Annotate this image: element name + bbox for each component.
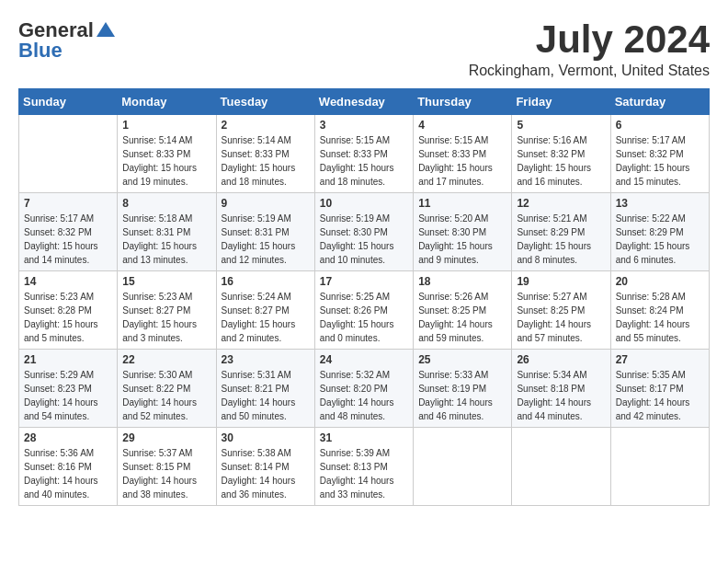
- day-number: 7: [24, 197, 112, 210]
- calendar-week-row: 7Sunrise: 5:17 AM Sunset: 8:32 PM Daylig…: [19, 193, 710, 271]
- day-info: Sunrise: 5:24 AM Sunset: 8:27 PM Dayligh…: [222, 290, 310, 345]
- day-info: Sunrise: 5:19 AM Sunset: 8:30 PM Dayligh…: [320, 212, 408, 267]
- calendar-cell: 16Sunrise: 5:24 AM Sunset: 8:27 PM Dayli…: [216, 271, 314, 350]
- day-number: 22: [122, 353, 210, 366]
- day-info: Sunrise: 5:15 AM Sunset: 8:33 PM Dayligh…: [320, 133, 408, 189]
- day-info: Sunrise: 5:20 AM Sunset: 8:30 PM Dayligh…: [418, 212, 506, 267]
- calendar-cell: 25Sunrise: 5:33 AM Sunset: 8:19 PM Dayli…: [414, 350, 512, 428]
- calendar-cell: 2Sunrise: 5:14 AM Sunset: 8:33 PM Daylig…: [216, 115, 314, 193]
- day-info: Sunrise: 5:30 AM Sunset: 8:22 PM Dayligh…: [122, 368, 210, 423]
- weekday-header: Sunday: [19, 89, 118, 115]
- calendar-cell: [19, 115, 118, 193]
- day-info: Sunrise: 5:18 AM Sunset: 8:31 PM Dayligh…: [122, 212, 210, 267]
- day-info: Sunrise: 5:15 AM Sunset: 8:33 PM Dayligh…: [418, 133, 506, 189]
- calendar-cell: 17Sunrise: 5:25 AM Sunset: 8:26 PM Dayli…: [314, 271, 413, 350]
- day-info: Sunrise: 5:39 AM Sunset: 8:13 PM Dayligh…: [320, 446, 408, 501]
- weekday-header: Thursday: [414, 89, 512, 115]
- calendar-cell: 11Sunrise: 5:20 AM Sunset: 8:30 PM Dayli…: [414, 193, 512, 271]
- day-number: 23: [222, 353, 310, 366]
- day-number: 11: [418, 197, 506, 210]
- logo-triangle-icon: [97, 22, 115, 37]
- calendar-cell: 12Sunrise: 5:21 AM Sunset: 8:29 PM Dayli…: [512, 193, 610, 271]
- day-number: 4: [418, 119, 506, 132]
- calendar-cell: 31Sunrise: 5:39 AM Sunset: 8:13 PM Dayli…: [314, 428, 413, 506]
- day-number: 15: [122, 275, 210, 288]
- day-info: Sunrise: 5:17 AM Sunset: 8:32 PM Dayligh…: [616, 133, 704, 189]
- day-number: 20: [616, 275, 704, 288]
- day-info: Sunrise: 5:22 AM Sunset: 8:29 PM Dayligh…: [616, 212, 704, 267]
- weekday-header: Tuesday: [216, 89, 314, 115]
- day-number: 12: [517, 197, 605, 210]
- calendar-cell: 15Sunrise: 5:23 AM Sunset: 8:27 PM Dayli…: [118, 271, 216, 350]
- day-number: 21: [24, 353, 112, 366]
- day-info: Sunrise: 5:28 AM Sunset: 8:24 PM Dayligh…: [616, 290, 704, 345]
- day-number: 6: [616, 119, 704, 132]
- day-number: 27: [616, 353, 704, 366]
- calendar-cell: [414, 428, 512, 506]
- day-number: 16: [222, 275, 310, 288]
- day-number: 29: [122, 431, 210, 444]
- calendar-cell: [512, 428, 610, 506]
- calendar-cell: 6Sunrise: 5:17 AM Sunset: 8:32 PM Daylig…: [610, 115, 709, 193]
- calendar-cell: 20Sunrise: 5:28 AM Sunset: 8:24 PM Dayli…: [610, 271, 709, 350]
- calendar-cell: 26Sunrise: 5:34 AM Sunset: 8:18 PM Dayli…: [512, 350, 610, 428]
- day-number: 17: [320, 275, 408, 288]
- calendar-cell: 23Sunrise: 5:31 AM Sunset: 8:21 PM Dayli…: [216, 350, 314, 428]
- day-number: 3: [320, 119, 408, 132]
- calendar-cell: 19Sunrise: 5:27 AM Sunset: 8:25 PM Dayli…: [512, 271, 610, 350]
- weekday-header: Saturday: [610, 89, 709, 115]
- day-info: Sunrise: 5:37 AM Sunset: 8:15 PM Dayligh…: [122, 446, 210, 501]
- day-number: 26: [517, 353, 605, 366]
- day-info: Sunrise: 5:32 AM Sunset: 8:20 PM Dayligh…: [320, 368, 408, 423]
- day-number: 8: [122, 197, 210, 210]
- day-number: 13: [616, 197, 704, 210]
- day-info: Sunrise: 5:31 AM Sunset: 8:21 PM Dayligh…: [222, 368, 310, 423]
- calendar-cell: 3Sunrise: 5:15 AM Sunset: 8:33 PM Daylig…: [314, 115, 413, 193]
- day-info: Sunrise: 5:35 AM Sunset: 8:17 PM Dayligh…: [616, 368, 704, 423]
- calendar-cell: 21Sunrise: 5:29 AM Sunset: 8:23 PM Dayli…: [19, 350, 118, 428]
- day-info: Sunrise: 5:33 AM Sunset: 8:19 PM Dayligh…: [418, 368, 506, 423]
- day-info: Sunrise: 5:25 AM Sunset: 8:26 PM Dayligh…: [320, 290, 408, 345]
- logo: General Blue: [18, 18, 115, 63]
- day-number: 25: [418, 353, 506, 366]
- logo-blue: Blue: [18, 39, 63, 63]
- calendar: SundayMondayTuesdayWednesdayThursdayFrid…: [18, 88, 710, 506]
- day-info: Sunrise: 5:38 AM Sunset: 8:14 PM Dayligh…: [222, 446, 310, 501]
- day-info: Sunrise: 5:14 AM Sunset: 8:33 PM Dayligh…: [222, 133, 310, 189]
- calendar-week-row: 21Sunrise: 5:29 AM Sunset: 8:23 PM Dayli…: [19, 350, 710, 428]
- calendar-cell: 5Sunrise: 5:16 AM Sunset: 8:32 PM Daylig…: [512, 115, 610, 193]
- location-title: Rockingham, Vermont, United States: [469, 63, 710, 79]
- calendar-week-row: 1Sunrise: 5:14 AM Sunset: 8:33 PM Daylig…: [19, 115, 710, 193]
- day-info: Sunrise: 5:17 AM Sunset: 8:32 PM Dayligh…: [24, 212, 112, 267]
- weekday-header: Monday: [118, 89, 216, 115]
- month-title: July 2024: [469, 18, 710, 61]
- day-number: 24: [320, 353, 408, 366]
- header: General Blue July 2024 Rockingham, Vermo…: [18, 18, 710, 79]
- day-number: 18: [418, 275, 506, 288]
- day-number: 30: [222, 431, 310, 444]
- calendar-week-row: 14Sunrise: 5:23 AM Sunset: 8:28 PM Dayli…: [19, 271, 710, 350]
- day-info: Sunrise: 5:36 AM Sunset: 8:16 PM Dayligh…: [24, 446, 112, 501]
- calendar-cell: 4Sunrise: 5:15 AM Sunset: 8:33 PM Daylig…: [414, 115, 512, 193]
- weekday-header: Wednesday: [314, 89, 413, 115]
- day-number: 19: [517, 275, 605, 288]
- day-info: Sunrise: 5:21 AM Sunset: 8:29 PM Dayligh…: [517, 212, 605, 267]
- calendar-cell: 14Sunrise: 5:23 AM Sunset: 8:28 PM Dayli…: [19, 271, 118, 350]
- calendar-cell: 22Sunrise: 5:30 AM Sunset: 8:22 PM Dayli…: [118, 350, 216, 428]
- weekday-header: Friday: [512, 89, 610, 115]
- day-info: Sunrise: 5:29 AM Sunset: 8:23 PM Dayligh…: [24, 368, 112, 423]
- day-info: Sunrise: 5:19 AM Sunset: 8:31 PM Dayligh…: [222, 212, 310, 267]
- calendar-cell: 27Sunrise: 5:35 AM Sunset: 8:17 PM Dayli…: [610, 350, 709, 428]
- weekday-header-row: SundayMondayTuesdayWednesdayThursdayFrid…: [19, 89, 710, 115]
- calendar-cell: 30Sunrise: 5:38 AM Sunset: 8:14 PM Dayli…: [216, 428, 314, 506]
- calendar-cell: 10Sunrise: 5:19 AM Sunset: 8:30 PM Dayli…: [314, 193, 413, 271]
- title-area: July 2024 Rockingham, Vermont, United St…: [469, 18, 710, 79]
- day-info: Sunrise: 5:27 AM Sunset: 8:25 PM Dayligh…: [517, 290, 605, 345]
- calendar-cell: 13Sunrise: 5:22 AM Sunset: 8:29 PM Dayli…: [610, 193, 709, 271]
- day-number: 9: [222, 197, 310, 210]
- calendar-cell: 8Sunrise: 5:18 AM Sunset: 8:31 PM Daylig…: [118, 193, 216, 271]
- calendar-cell: 28Sunrise: 5:36 AM Sunset: 8:16 PM Dayli…: [19, 428, 118, 506]
- day-number: 31: [320, 431, 408, 444]
- calendar-cell: 29Sunrise: 5:37 AM Sunset: 8:15 PM Dayli…: [118, 428, 216, 506]
- calendar-cell: 7Sunrise: 5:17 AM Sunset: 8:32 PM Daylig…: [19, 193, 118, 271]
